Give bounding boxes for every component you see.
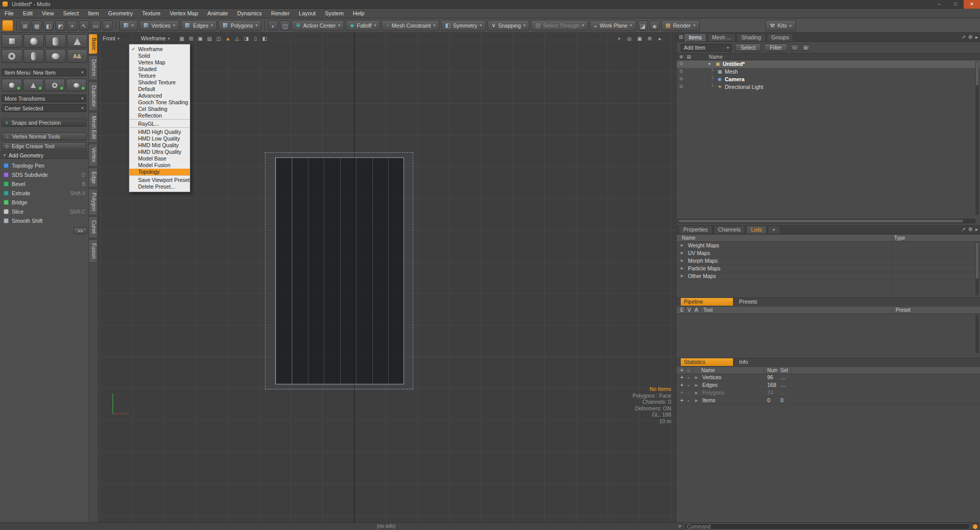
gear-icon[interactable]: ⚙ [968,226,973,232]
panel-tab[interactable]: Groups [767,33,793,41]
toolbar-icon-button[interactable]: ⊞ [20,20,30,31]
selection-mode-button[interactable]: Vertices ▾ [139,20,179,31]
expand-arrow-icon[interactable]: ▶ [681,243,683,247]
selection-mode-button[interactable]: Polygons ▾ [218,20,261,31]
context-menu-item[interactable]: ✓ Vertex Map [129,59,190,66]
viewport-toggle-icon[interactable]: ◫ [215,35,222,42]
toolbar-tool-button[interactable]: ◒ Work Plane ▾ [590,20,636,31]
toolbar-icon-button[interactable]: ◧ [43,20,54,31]
remove-selection-icon[interactable]: - [687,389,689,396]
menu-item[interactable]: Select [58,9,83,18]
expand-arrow-icon[interactable]: ▶ [681,251,683,255]
map-list-row[interactable]: ▶ Particle Maps [677,265,980,272]
context-menu-item[interactable]: ✓ Save Viewport Preset... [129,177,190,183]
viewport-corner-icon[interactable]: ◎ [626,35,633,42]
modo-home-button[interactable] [2,20,13,31]
toolbar-tool-button[interactable]: ◔ Mesh Constraint ▾ [382,20,439,31]
more-arrow-icon[interactable]: ▸ [975,226,978,232]
collapse-arrow-icon[interactable]: ▼ [707,62,711,66]
context-menu-item[interactable]: ✓ Model Fusion [129,162,190,169]
maximize-button[interactable]: □ [947,0,964,9]
panel-tab[interactable]: Lists [746,225,767,234]
filter-button[interactable]: Filter [764,43,787,52]
viewport-corner-icon[interactable]: ▣ [636,35,643,42]
toolbar-tool-button[interactable]: ▥ Select Through ▾ [531,20,588,31]
command-input[interactable] [684,523,970,529]
viewport-toggle-icon[interactable]: ◨ [242,35,250,42]
context-menu-item[interactable]: ✓ Shaded Texture [129,79,190,86]
expand-panel-button[interactable]: >> [74,227,87,234]
menu-item[interactable]: Vertex Map [165,9,203,18]
close-button[interactable]: ✕ [964,0,980,9]
add-cone-item-button[interactable] [23,79,43,91]
context-menu-item[interactable]: ✓ Cel Shading [129,106,190,112]
viewport-corner-icon[interactable]: ⌖ [615,35,623,42]
layers-icon[interactable]: ▤ [687,54,692,59]
add-selection-icon[interactable]: + [680,374,683,380]
expand-icon[interactable]: ↗ [962,34,966,40]
context-menu-item[interactable]: ✓ Wireframe [129,46,190,53]
select-button[interactable]: Select [735,43,761,52]
menu-item[interactable]: Dynamics [233,9,266,18]
map-list-row[interactable]: ▶ Weight Maps [677,242,980,249]
menu-item[interactable]: Help [348,9,369,18]
viewport-toggle-icon[interactable]: ▣ [196,35,204,42]
sphere-tool-button[interactable] [24,34,44,48]
visibility-eye-icon[interactable]: ⊙ [679,84,683,89]
item-menu-dropdown[interactable]: Item Menu: New Item ▾ [2,68,86,76]
statistics-row[interactable]: + - ▶ Polygons 74 … [677,389,980,397]
map-list-row[interactable]: ▶ UV Maps [677,249,980,257]
toolbar-tool-button[interactable]: ⊕ Action Center ▾ [292,20,344,31]
viewport-corner-icon[interactable]: ▸ [656,35,664,42]
add-blob-item-button[interactable] [66,79,86,91]
add-sphere-item-button[interactable] [2,79,22,91]
gear-icon[interactable]: ⚙ [968,34,973,40]
add-selection-icon[interactable]: + [680,389,683,396]
toolbar-tool-button[interactable]: ◈ Falloff ▾ [346,20,380,31]
expand-arrow-icon[interactable]: ▶ [695,383,698,387]
kits-button[interactable]: ⚒ Kits ▾ [765,20,796,31]
pipeline-vertical-scrollbar[interactable] [975,314,979,353]
tool-category-tab[interactable]: Deform [89,55,98,80]
viewport-toggle-icon[interactable]: ▲ [224,35,232,42]
tree-horizontal-scrollbar[interactable] [678,219,975,223]
thumbnail-view-icon[interactable]: ▤ [802,44,810,51]
toolbar-icon-button[interactable]: ◩ [55,20,65,31]
command-history-icon[interactable] [973,524,977,529]
statistics-row[interactable]: + - ▶ Edges 168 … [677,381,980,389]
menu-item[interactable]: Item [83,9,103,18]
toolbar-icon-button[interactable]: ◈ [650,20,660,31]
viewport-corner-icon[interactable]: ⚙ [646,35,654,42]
item-mode-dropdown[interactable]: ▾ [119,20,138,31]
panel-tab[interactable]: + [768,225,780,234]
toolbar-icon-button[interactable]: ↖ [79,20,89,31]
tool-category-tab[interactable]: Vertex [89,144,98,166]
more-arrow-icon[interactable]: ▸ [975,34,978,40]
tool-category-tab[interactable]: Polygon [89,189,98,215]
shading-mode-dropdown[interactable]: Wireframe ▾ [141,35,170,41]
panel-tab[interactable]: Properties [679,225,712,234]
context-menu-item[interactable]: ✓ HMD Low Quality [129,135,190,142]
expand-arrow-icon[interactable]: ▶ [681,274,683,278]
expand-arrow-icon[interactable]: ▶ [695,391,698,395]
scrollbar-thumb[interactable] [976,243,978,279]
toolbar-icon-button[interactable]: ◪ [638,20,648,31]
viewport-toggle-icon[interactable]: ▯ [252,35,259,42]
tool-list-item[interactable]: Bevel B [0,179,89,189]
scrollbar-thumb[interactable] [679,220,963,222]
mesh-cube-wireframe[interactable] [275,157,404,384]
context-menu-item[interactable]: ✓ Reflection [129,112,190,120]
expand-arrow-icon[interactable]: ▶ [681,259,683,263]
menu-item[interactable]: Geometry [103,9,137,18]
tool-list-item[interactable]: Bridge [0,198,89,207]
map-list-row[interactable]: ▶ Other Maps [677,272,980,280]
add-geometry-section-header[interactable]: ▾ Add Geometry [0,151,89,159]
center-selected-dropdown[interactable]: Center Selected ▾ [2,104,86,112]
tool-category-tab[interactable]: Mesh Edit [89,112,98,143]
menu-item[interactable]: Texture [138,9,165,18]
teapot-tool-button[interactable] [45,49,66,63]
add-selection-icon[interactable]: + [680,382,683,388]
visibility-eye-icon[interactable]: ⊙ [679,76,683,81]
cube-tool-button[interactable] [2,34,23,48]
viewport-toggle-icon[interactable]: ⊞ [187,35,195,42]
